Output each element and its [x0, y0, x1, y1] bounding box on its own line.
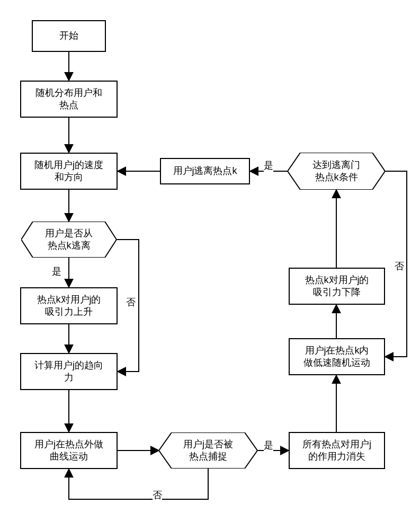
node-escape-k: 用户j逃离热点k [160, 158, 250, 184]
node-forces-gone-label: 所有热点对用户j 的作用力消失 [302, 438, 371, 463]
node-curve-motion: 用户j在热点外做 曲线运动 [20, 432, 118, 469]
node-dec-captured-label: 用户j是否被 热点捕捉 [179, 438, 237, 463]
node-forces-gone: 所有热点对用户j 的作用力消失 [289, 432, 385, 469]
label-dec2-no: 否 [153, 489, 162, 501]
node-curve-motion-label: 用户j在热点外做 曲线运动 [34, 438, 103, 463]
node-distribute: 随机分布用户和 热点 [20, 81, 118, 118]
node-speed-dir-label: 随机用户j的速度 和方向 [34, 159, 103, 184]
label-dec1-yes: 是 [52, 265, 61, 278]
node-calc-tendency-label: 计算用户j的趋向 力 [34, 359, 103, 384]
node-attract-up: 热点k对用户j的 吸引力上升 [20, 287, 118, 324]
node-attract-down-label: 热点k对用户j的 吸引力下降 [305, 274, 369, 299]
flowchart: 开始 随机分布用户和 热点 随机用户j的速度 和方向 用户是否从 热点k逃离 热… [0, 0, 420, 530]
node-start-label: 开始 [59, 30, 78, 42]
node-attract-down: 热点k对用户j的 吸引力下降 [289, 268, 385, 305]
node-dec-reach-escape: 达到逃离门 热点k条件 [288, 153, 385, 190]
label-dec3-no: 否 [395, 260, 404, 272]
node-dec-escape-label: 用户是否从 热点k逃离 [41, 227, 97, 252]
label-dec3-yes: 是 [264, 159, 273, 172]
node-dec-captured: 用户j是否被 热点捕捉 [159, 432, 257, 469]
node-dec-escape: 用户是否从 热点k逃离 [21, 222, 117, 258]
node-escape-k-label: 用户j逃离热点k [173, 165, 237, 177]
node-distribute-label: 随机分布用户和 热点 [35, 87, 102, 112]
node-dec-reach-escape-label: 达到逃离门 热点k条件 [308, 159, 364, 184]
node-calc-tendency: 计算用户j的趋向 力 [20, 353, 118, 390]
node-attract-up-label: 热点k对用户j的 吸引力上升 [37, 294, 101, 319]
node-speed-dir: 随机用户j的速度 和方向 [20, 153, 118, 190]
label-dec1-no: 否 [126, 296, 136, 308]
node-low-speed: 用户j在热点k内 做低速随机运动 [289, 338, 385, 375]
label-dec2-yes: 是 [264, 439, 273, 452]
node-start: 开始 [32, 20, 106, 52]
nodes-layer: 开始 随机分布用户和 热点 随机用户j的速度 和方向 用户是否从 热点k逃离 热… [0, 0, 420, 530]
node-low-speed-label: 用户j在热点k内 做低速随机运动 [303, 344, 370, 369]
